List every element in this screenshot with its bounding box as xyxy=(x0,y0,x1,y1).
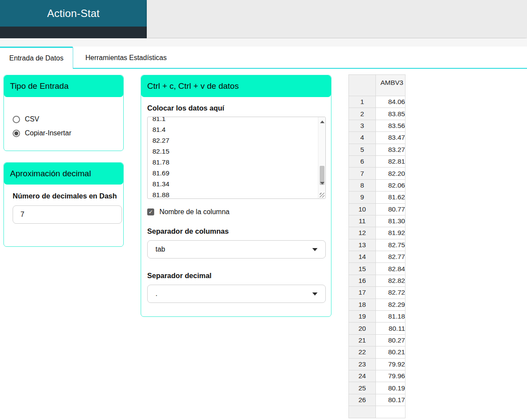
radio-button-icon[interactable] xyxy=(13,116,20,123)
row-value-cell[interactable]: 79.96 xyxy=(376,370,405,382)
radio-button-icon[interactable] xyxy=(13,130,20,137)
data-table-header: AMBV3 xyxy=(349,75,405,96)
tab-bar: Entrada de Datos Herramientas Estadístic… xyxy=(0,47,527,69)
row-index-cell: 6 xyxy=(349,155,376,167)
paste-data-panel: Ctrl + c, Ctrl + v de datos Colocar los … xyxy=(141,75,331,317)
row-value-cell[interactable]: 83.47 xyxy=(376,132,405,144)
column-name-checkbox-label[interactable]: Nombre de la columna xyxy=(159,208,230,216)
row-value-cell[interactable]: 82.77 xyxy=(376,251,405,263)
row-value-cell[interactable]: 81.92 xyxy=(376,227,405,239)
row-value-cell[interactable]: 81.62 xyxy=(376,192,405,203)
table-row: 26 80.17 xyxy=(349,394,405,406)
app-header-dark-bar xyxy=(0,27,147,38)
radio-option[interactable]: CSV xyxy=(13,115,123,123)
row-index-cell: 5 xyxy=(349,144,376,155)
row-value-cell[interactable]: 81.30 xyxy=(376,215,405,227)
table-row: 24 79.96 xyxy=(349,370,405,382)
row-value-cell[interactable]: 81.18 xyxy=(376,311,405,323)
row-index-cell: 23 xyxy=(349,358,376,370)
table-row: 22 80.21 xyxy=(349,346,405,358)
app-title: Action-Stat xyxy=(47,7,100,20)
row-value-cell[interactable]: 80.21 xyxy=(376,346,405,358)
radio-option[interactable]: Copiar-Insertar xyxy=(13,129,123,137)
table-row: 21 80.27 xyxy=(349,334,405,346)
table-row: 15 82.84 xyxy=(349,263,405,275)
input-type-panel-header: Tipo de Entrada xyxy=(4,75,123,97)
row-value-cell[interactable]: 83.56 xyxy=(376,120,405,131)
row-value-cell[interactable]: 80.27 xyxy=(376,334,405,346)
radio-option-label[interactable]: CSV xyxy=(25,115,39,123)
row-value-cell[interactable]: 80.11 xyxy=(376,323,405,334)
paste-data-panel-header: Ctrl + c, Ctrl + v de datos xyxy=(141,75,331,97)
decimal-separator-label: Separador decimal xyxy=(147,272,325,280)
scroll-up-icon[interactable] xyxy=(320,121,324,123)
decimal-separator-select[interactable]: . xyxy=(147,285,326,303)
row-index-cell: 9 xyxy=(349,192,376,203)
row-index-cell: 15 xyxy=(349,263,376,275)
table-row: 6 82.81 xyxy=(349,155,405,167)
row-value-cell[interactable]: 82.82 xyxy=(376,275,405,286)
decimals-input[interactable] xyxy=(13,205,122,224)
row-index-cell: 14 xyxy=(349,251,376,263)
row-index-cell xyxy=(349,406,376,418)
row-value-cell[interactable]: 80.17 xyxy=(376,394,405,406)
row-index-cell: 16 xyxy=(349,275,376,286)
row-value-cell[interactable]: 82.75 xyxy=(376,239,405,251)
decimal-separator-value: . xyxy=(155,290,157,298)
app-header: Action-Stat xyxy=(0,0,147,27)
textarea-scrollbar[interactable] xyxy=(318,117,325,198)
app-page: Action-Stat Entrada de Datos Herramienta… xyxy=(0,0,527,420)
table-row: 3 83.56 xyxy=(349,120,405,131)
table-row: 16 82.82 xyxy=(349,275,405,286)
row-value-cell[interactable]: 82.20 xyxy=(376,168,405,179)
column-separator-select[interactable]: tab xyxy=(147,240,326,259)
table-row: 25 80.19 xyxy=(349,382,405,394)
paste-textarea[interactable]: 81.1 81.4 82.27 82.15 81.78 81.69 81.34 … xyxy=(147,117,326,199)
radio-option-label[interactable]: Copiar-Insertar xyxy=(25,129,71,137)
table-row: 10 80.77 xyxy=(349,203,405,215)
decimal-approx-panel: Aproximación decimal Número de decimales… xyxy=(3,162,124,247)
panel-title: Tipo de Entrada xyxy=(10,81,69,91)
decimal-approx-panel-header: Aproximación decimal xyxy=(4,163,123,185)
row-value-cell[interactable]: 80.77 xyxy=(376,203,405,215)
table-row: 7 82.20 xyxy=(349,168,405,179)
column-name-checkbox-row[interactable]: ✓ Nombre de la columna xyxy=(147,208,325,216)
row-value-cell[interactable]: 83.85 xyxy=(376,108,405,120)
panel-title: Aproximación decimal xyxy=(10,169,91,178)
row-value-cell[interactable]: 82.29 xyxy=(376,299,405,310)
resize-grip-icon[interactable] xyxy=(320,193,324,198)
input-type-panel: Tipo de Entrada CSV Copiar-Insertar xyxy=(3,75,124,151)
row-value-cell[interactable]: 82.84 xyxy=(376,263,405,275)
row-index-cell: 21 xyxy=(349,334,376,346)
row-index-cell: 13 xyxy=(349,239,376,251)
row-index-cell: 3 xyxy=(349,120,376,131)
row-value-cell[interactable]: 82.72 xyxy=(376,287,405,299)
row-index-cell: 22 xyxy=(349,346,376,358)
checkbox-icon[interactable]: ✓ xyxy=(147,208,154,215)
row-value-cell[interactable]: 84.06 xyxy=(376,96,405,108)
tab-entrada-de-datos[interactable]: Entrada de Datos xyxy=(0,47,73,69)
tab-herramientas-estadisticas[interactable]: Herramientas Estadísticas xyxy=(73,47,179,69)
value-column-header: AMBV3 xyxy=(376,75,405,96)
row-index-cell: 7 xyxy=(349,168,376,179)
header-banner-card xyxy=(147,0,527,38)
header-divider-strip xyxy=(0,38,527,47)
row-index-cell: 8 xyxy=(349,179,376,191)
data-table-body: 1 84.06 2 83.85 3 83.56 4 83.47 5 83.27 … xyxy=(349,96,405,418)
row-value-cell[interactable] xyxy=(376,406,405,418)
row-index-cell: 25 xyxy=(349,382,376,394)
scroll-down-icon[interactable] xyxy=(320,182,324,185)
row-value-cell[interactable]: 80.19 xyxy=(376,382,405,394)
table-row: 8 82.06 xyxy=(349,179,405,191)
row-value-cell[interactable]: 82.81 xyxy=(376,155,405,167)
table-row: 11 81.30 xyxy=(349,215,405,227)
table-row: 14 82.77 xyxy=(349,251,405,263)
table-row xyxy=(349,406,405,418)
row-index-cell: 2 xyxy=(349,108,376,120)
row-value-cell[interactable]: 82.06 xyxy=(376,179,405,191)
index-column-header xyxy=(349,75,376,96)
panel-title: Ctrl + c, Ctrl + v de datos xyxy=(147,81,239,91)
row-value-cell[interactable]: 79.92 xyxy=(376,358,405,370)
row-value-cell[interactable]: 83.27 xyxy=(376,144,405,155)
row-index-cell: 11 xyxy=(349,215,376,227)
